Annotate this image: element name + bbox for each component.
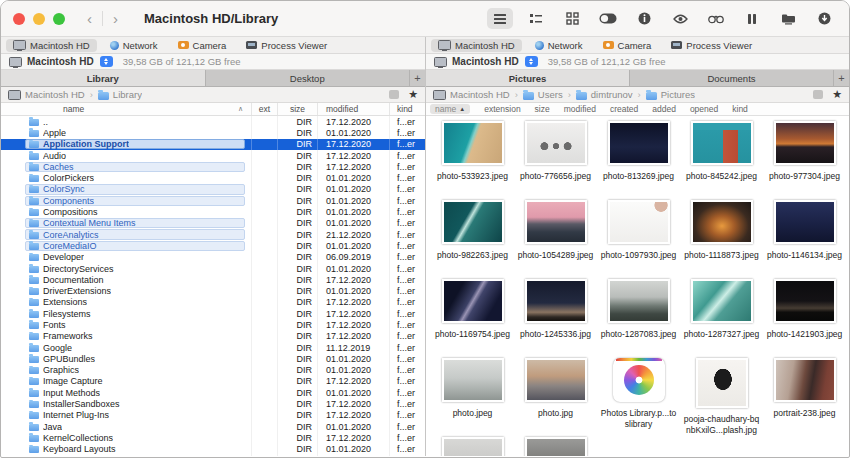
file-row[interactable]: DriverExtensionsDIR01.01.2020f...er [1, 285, 425, 296]
file-row[interactable]: Application SupportDIR17.12.2020f...er [1, 139, 425, 150]
photo-item[interactable]: photo-1287327.jpeg [680, 275, 763, 354]
photo-item[interactable]: photo-1054289.jpeg [514, 196, 597, 275]
photo-item[interactable]: photo-977304.jpeg [763, 117, 846, 196]
column-header-added[interactable]: added [652, 104, 676, 114]
photo-item[interactable]: photo-1097930.jpeg [597, 196, 680, 275]
view-options-icon[interactable] [813, 90, 823, 99]
file-row[interactable]: GPUBundlesDIR01.01.2020f...er [1, 353, 425, 364]
file-row[interactable]: Keyboard LayoutsDIR01.01.2020f...er [1, 444, 425, 455]
breadcrumb-item[interactable]: dimtrunov [576, 89, 633, 100]
file-row[interactable]: AppleDIR01.01.2020f...er [1, 127, 425, 138]
column-header-kind[interactable]: kind [732, 104, 748, 114]
photo-item[interactable]: photo.jpg [514, 354, 597, 433]
photo-item[interactable]: pooja-chaudhary-bqnbKxilG...plash.jpg [680, 354, 763, 433]
detailed-list-view-icon[interactable] [523, 8, 549, 29]
file-row[interactable]: InstallerSandboxesDIR17.12.2020f...er [1, 398, 425, 409]
favorites-star-icon[interactable]: ★ [832, 89, 842, 100]
breadcrumb-item[interactable]: Users [523, 89, 563, 100]
drive-item-macintosh-hd[interactable]: Macintosh HD [431, 39, 522, 52]
photo-item[interactable]: photo-1287083.jpeg [597, 275, 680, 354]
file-row[interactable]: FilesystemsDIR17.12.2020f...er [1, 308, 425, 319]
network-folder-icon[interactable] [775, 8, 801, 29]
file-row[interactable]: GraphicsDIR01.01.2020f...er [1, 365, 425, 376]
column-header-kind[interactable]: kind [389, 103, 422, 115]
photo-item[interactable]: photo-982263.jpeg [431, 196, 514, 275]
add-tab-button[interactable]: + [834, 70, 849, 86]
file-row[interactable]: DocumentationDIR17.12.2020f...er [1, 274, 425, 285]
photo-item[interactable] [431, 433, 514, 456]
file-row[interactable]: DirectoryServicesDIR01.01.2020f...er [1, 263, 425, 274]
file-row[interactable]: CompositionsDIR01.01.2020f...er [1, 206, 425, 217]
column-header-extension[interactable]: extension [484, 104, 520, 114]
photo-item[interactable]: portrait-238.jpeg [763, 354, 846, 433]
minimize-window-button[interactable] [33, 13, 45, 25]
column-header-name[interactable]: name ∧ [1, 103, 251, 115]
column-header-size[interactable]: size [535, 104, 550, 114]
photo-item[interactable]: photo.jpeg [431, 354, 514, 433]
drive-item-camera[interactable]: Camera [171, 39, 234, 52]
photo-item[interactable]: photo-813269.jpeg [597, 117, 680, 196]
column-header-name[interactable]: name▲ [430, 104, 470, 114]
drive-item-process-viewer[interactable]: Process Viewer [664, 39, 759, 52]
drive-item-process-viewer[interactable]: Process Viewer [239, 39, 334, 52]
file-row[interactable]: KernelCollectionsDIR17.12.2020f...er [1, 432, 425, 443]
tab-pictures[interactable]: Pictures [426, 70, 630, 86]
drive-item-macintosh-hd[interactable]: Macintosh HD [6, 39, 97, 52]
favorites-star-icon[interactable]: ★ [408, 89, 418, 100]
forward-button[interactable]: › [107, 11, 124, 26]
grid-view-icon[interactable] [559, 8, 585, 29]
file-row[interactable]: Contextual Menu ItemsDIR01.01.2020f...er [1, 218, 425, 229]
breadcrumb-item[interactable]: Library [98, 89, 142, 100]
preview-eye-icon[interactable] [667, 8, 693, 29]
file-row[interactable]: Internet Plug-InsDIR17.12.2020f...er [1, 410, 425, 421]
breadcrumb-item[interactable]: Pictures [646, 89, 695, 100]
file-row[interactable]: ColorPickersDIR01.01.2020f...er [1, 172, 425, 183]
file-list[interactable]: ..DIR17.12.2020f...erAppleDIR01.01.2020f… [1, 116, 425, 456]
column-header-size[interactable]: size [277, 103, 317, 115]
back-button[interactable]: ‹ [81, 11, 98, 26]
tab-library[interactable]: Library [1, 70, 206, 86]
search-binoculars-icon[interactable] [703, 8, 729, 29]
photo-item[interactable]: photo-776656.jpeg [514, 117, 597, 196]
photo-item[interactable]: photo-845242.jpeg [680, 117, 763, 196]
file-row[interactable]: ..DIR17.12.2020f...er [1, 116, 425, 127]
file-row[interactable]: FontsDIR17.12.2020f...er [1, 319, 425, 330]
tab-desktop[interactable]: Desktop [206, 70, 411, 86]
info-icon[interactable] [631, 8, 657, 29]
drive-item-network[interactable]: Network [528, 39, 590, 52]
photo-item[interactable]: photo-1118873.jpeg [680, 196, 763, 275]
drive-item-network[interactable]: Network [103, 39, 165, 52]
file-row[interactable]: KeychainsDIR17.12.2020f...er [1, 455, 425, 456]
photo-item[interactable]: photo-1146134.jpeg [763, 196, 846, 275]
photo-item[interactable] [514, 433, 597, 456]
column-header-modified[interactable]: modified [564, 104, 596, 114]
breadcrumb-item[interactable]: Macintosh HD [433, 89, 510, 100]
drive-item-camera[interactable]: Camera [596, 39, 659, 52]
tab-documents[interactable]: Documents [630, 70, 834, 86]
add-tab-button[interactable]: + [410, 70, 425, 86]
disk-stepper[interactable] [525, 56, 538, 67]
column-header-ext[interactable]: ext [251, 103, 277, 115]
list-view-icon[interactable] [487, 8, 513, 29]
breadcrumb-item[interactable]: Macintosh HD [8, 89, 85, 100]
file-row[interactable]: FrameworksDIR17.12.2020f...er [1, 331, 425, 342]
file-row[interactable]: GoogleDIR11.12.2019f...er [1, 342, 425, 353]
column-header-opened[interactable]: opened [690, 104, 718, 114]
file-row[interactable]: CoreMediaIODIR01.01.2020f...er [1, 240, 425, 251]
photo-item[interactable]: photo-1169754.jpeg [431, 275, 514, 354]
file-row[interactable]: Image CaptureDIR17.12.2020f...er [1, 376, 425, 387]
file-row[interactable]: AudioDIR17.12.2020f...er [1, 150, 425, 161]
file-row[interactable]: ComponentsDIR01.01.2020f...er [1, 195, 425, 206]
file-row[interactable]: DeveloperDIR06.09.2019f...er [1, 252, 425, 263]
disk-stepper[interactable] [100, 56, 113, 67]
photo-grid[interactable]: photo-533923.jpegphoto-776656.jpegphoto-… [426, 116, 849, 456]
file-row[interactable]: CoreAnalyticsDIR21.12.2020f...er [1, 229, 425, 240]
photo-item[interactable]: Photos Library.p...toslibrary [597, 354, 680, 433]
column-header-created[interactable]: created [610, 104, 638, 114]
file-row[interactable]: JavaDIR01.01.2020f...er [1, 421, 425, 432]
file-row[interactable]: ColorSyncDIR01.01.2020f...er [1, 184, 425, 195]
panel-toggle-icon[interactable] [595, 8, 621, 29]
file-row[interactable]: CachesDIR17.12.2020f...er [1, 161, 425, 172]
zoom-window-button[interactable] [53, 13, 65, 25]
photo-item[interactable]: photo-533923.jpeg [431, 117, 514, 196]
